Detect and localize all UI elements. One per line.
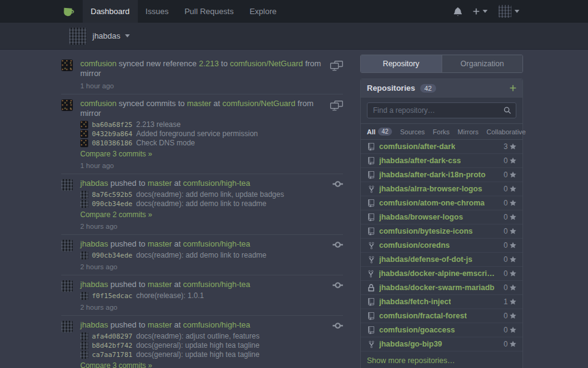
repo-list-item[interactable]: comfusion/fractal-forest 0 xyxy=(361,309,522,323)
repo-list-item[interactable]: jhabdas/alrra-browser-logos 0 xyxy=(361,182,522,196)
add-repository-button[interactable] xyxy=(510,84,516,92)
create-new-button[interactable] xyxy=(473,7,488,15)
feed-link[interactable]: jhabdas xyxy=(80,239,108,248)
commit-sha-link[interactable]: ca7aa71781 xyxy=(92,351,132,359)
repo-link[interactable]: jhabdas/browser-logos xyxy=(379,213,463,221)
commit-sha-link[interactable]: b8d42bf742 xyxy=(92,342,132,350)
notifications-bell-icon[interactable] xyxy=(454,7,462,16)
repo-link[interactable]: jhabdas/defense-of-dot-js xyxy=(379,255,472,264)
show-more-repositories-link[interactable]: Show more repositories… xyxy=(361,351,522,368)
compare-link[interactable]: Compare 3 commits » xyxy=(80,362,152,368)
repo-link[interactable]: jhabdas/alrra-browser-logos xyxy=(379,185,482,193)
commit-sha-link[interactable]: 090cb34ede xyxy=(92,251,132,259)
actor-avatar[interactable] xyxy=(61,321,73,332)
repo-list-item[interactable]: comfusion/coredns 0 xyxy=(361,239,522,253)
commit-sha-link[interactable]: 8a76c592b5 xyxy=(92,191,132,199)
search-icon[interactable] xyxy=(503,107,511,115)
feed-link[interactable]: master xyxy=(148,280,172,289)
feed-link[interactable]: jhabdas xyxy=(80,178,108,188)
repo-link[interactable]: comfusion/after-dark xyxy=(379,142,455,151)
filter-forks[interactable]: Forks xyxy=(433,128,450,136)
commit-sha-link[interactable]: ba60a68f25 xyxy=(92,121,132,129)
repo-link[interactable]: jhabdas/docker-swarm-mariadb xyxy=(379,283,494,292)
repo-list-item[interactable]: comfusion/atom-one-chroma 0 xyxy=(361,196,522,210)
feed-event: jhabdas pushed to master at comfusion/hi… xyxy=(61,275,343,316)
repo-list-item[interactable]: jhabdas/docker-swarm-mariadb 0 xyxy=(361,281,522,295)
committer-avatar xyxy=(80,200,88,208)
repo-list-item[interactable]: jhabdas/fetch-inject 1 xyxy=(361,295,522,309)
repo-list-item[interactable]: jhabdas/docker-alpine-emscripten 0 xyxy=(361,267,522,281)
feed-link[interactable]: comfusion/high-tea xyxy=(183,178,251,188)
feed-link[interactable]: master xyxy=(187,99,211,108)
gitea-logo-icon[interactable] xyxy=(61,0,75,23)
feed-link[interactable]: comfusion xyxy=(80,99,116,108)
feed-link[interactable]: jhabdas xyxy=(80,280,108,289)
nav-item-issues[interactable]: Issues xyxy=(138,0,177,23)
repo-list-item[interactable]: jhabdas/browser-logos 0 xyxy=(361,210,522,224)
repo-list-item[interactable]: comfusion/after-dark 3 xyxy=(361,140,522,154)
nav-item-pull-requests[interactable]: Pull Requests xyxy=(176,0,241,23)
repo-star-count: 0 xyxy=(503,156,508,165)
repositories-title: Repositories xyxy=(367,83,415,93)
commit-sha-link[interactable]: f0f15edcac xyxy=(92,292,132,300)
feed-link[interactable]: master xyxy=(148,178,172,188)
repo-icon xyxy=(367,298,375,306)
repo-list-item[interactable]: jhabdas/after-dark-i18n-proto 0 xyxy=(361,168,522,182)
repo-link[interactable]: comfusion/bytesize-icons xyxy=(379,227,473,236)
repo-list-item[interactable]: comfusion/goaccess 0 xyxy=(361,323,522,337)
repo-list-item[interactable]: jhabdas/after-dark-css 0 xyxy=(361,154,522,168)
repo-link[interactable]: comfusion/fractal-forest xyxy=(379,312,467,320)
nav-item-explore[interactable]: Explore xyxy=(241,0,284,23)
tab-organization[interactable]: Organization xyxy=(442,55,523,72)
actor-avatar[interactable] xyxy=(61,59,73,71)
commit-sha-link[interactable]: 0432b9a864 xyxy=(92,130,132,138)
repo-list-item[interactable]: comfusion/bytesize-icons 0 xyxy=(361,224,522,239)
repo-link[interactable]: comfusion/atom-one-chroma xyxy=(379,199,484,207)
commit-message: docs(readme): add demo link to readme xyxy=(136,251,266,259)
actor-avatar[interactable] xyxy=(61,280,73,292)
repo-link[interactable]: jhabdas/after-dark-i18n-proto xyxy=(379,171,486,179)
user-menu[interactable] xyxy=(499,5,519,18)
repo-list-item[interactable]: jhabdas/defense-of-dot-js 0 xyxy=(361,253,522,267)
feed-link[interactable]: comfusion xyxy=(80,59,116,68)
repo-link[interactable]: jhabdas/after-dark-css xyxy=(379,156,461,165)
tab-repository[interactable]: Repository xyxy=(361,55,442,72)
repo-icon xyxy=(367,213,375,221)
actor-avatar[interactable] xyxy=(61,99,73,111)
repo-link[interactable]: comfusion/coredns xyxy=(379,241,450,250)
feed-link[interactable]: comfusion/high-tea xyxy=(183,280,251,289)
feed-link[interactable]: 2.213 xyxy=(199,59,219,68)
feed-link[interactable]: jhabdas xyxy=(80,320,108,329)
feed-link[interactable]: master xyxy=(148,320,172,329)
navbar-right xyxy=(454,0,519,23)
feed-link[interactable]: comfusion/high-tea xyxy=(183,239,251,248)
repo-search-input[interactable] xyxy=(367,102,516,118)
repo-link[interactable]: comfusion/goaccess xyxy=(379,326,455,334)
commit-sha-link[interactable]: afa4d08297 xyxy=(92,332,132,340)
compare-link[interactable]: Compare 2 commits » xyxy=(80,211,152,219)
compare-link[interactable]: Compare 3 commits » xyxy=(80,150,152,158)
feed-link[interactable]: comfusion/NetGuard xyxy=(222,99,295,108)
commit-sha-link[interactable]: 090cb34ede xyxy=(92,200,132,208)
repo-link[interactable]: jhabdas/go-bip39 xyxy=(379,340,442,348)
nav-item-dashboard[interactable]: Dashboard xyxy=(83,0,138,23)
filter-collaborative[interactable]: Collaborative xyxy=(486,128,526,136)
filter-mirrors[interactable]: Mirrors xyxy=(458,128,478,136)
commit-sha-link[interactable]: 0810386186 xyxy=(92,139,132,147)
repo-link[interactable]: jhabdas/fetch-inject xyxy=(379,297,451,306)
commit-message: Check DNS mode xyxy=(136,139,195,147)
committer-avatar xyxy=(80,351,88,359)
feed-link[interactable]: comfusion/NetGuard xyxy=(230,59,303,68)
context-username[interactable]: jhabdas xyxy=(92,31,121,40)
repo-list-item[interactable]: jhabdas/go-bip39 0 xyxy=(361,337,522,351)
repo-link[interactable]: jhabdas/docker-alpine-emscripten xyxy=(379,269,499,278)
caret-down-icon[interactable] xyxy=(125,34,130,37)
filter-sources[interactable]: Sources xyxy=(400,128,424,136)
repo-star-count: 0 xyxy=(503,241,508,250)
committer-avatar xyxy=(80,191,88,199)
actor-avatar[interactable] xyxy=(61,179,73,191)
actor-avatar[interactable] xyxy=(61,240,73,251)
filter-all[interactable]: All 42 xyxy=(367,128,392,136)
feed-link[interactable]: master xyxy=(148,239,172,248)
feed-link[interactable]: comfusion/high-tea xyxy=(183,320,251,329)
